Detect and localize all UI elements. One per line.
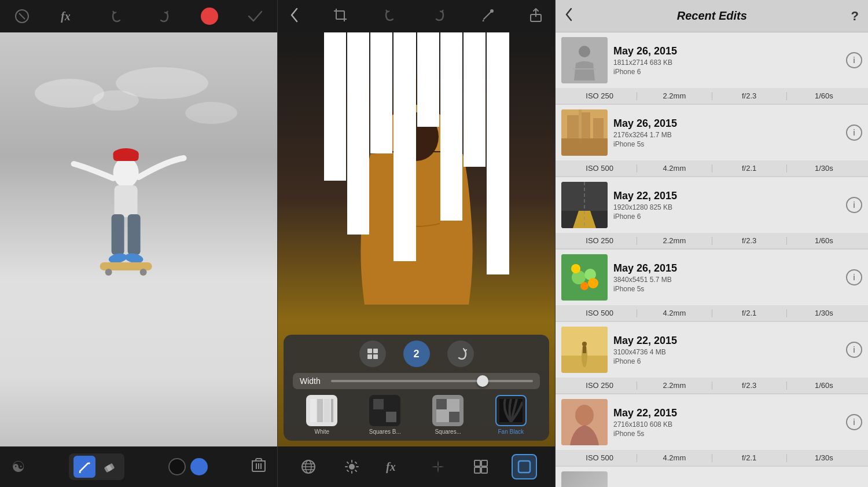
- pattern-fan-black[interactable]: Fan Black: [495, 395, 527, 435]
- pattern-white-thumb[interactable]: [306, 395, 337, 426]
- svg-rect-38: [317, 399, 323, 422]
- pattern-white[interactable]: White: [306, 395, 337, 435]
- svg-point-83: [571, 264, 580, 273]
- pattern-squares[interactable]: Squares...: [432, 395, 464, 435]
- meta-iso: ISO 500: [562, 164, 637, 173]
- color-black[interactable]: [168, 458, 186, 475]
- photo-canvas[interactable]: [0, 32, 277, 446]
- edit-item-meta: ISO 500 4.2mm f/2.1 1/30s: [556, 305, 868, 321]
- svg-rect-40: [331, 399, 333, 422]
- cancel-button[interactable]: [12, 6, 32, 27]
- edit-info: May 22, 2015 2716x1810 608 KB iPhone 5s: [613, 399, 840, 445]
- edit-thumbnail[interactable]: [561, 471, 608, 487]
- edit-thumbnail[interactable]: [561, 399, 608, 445]
- svg-rect-34: [373, 349, 378, 353]
- fx-button[interactable]: fx: [59, 6, 80, 27]
- pattern-fan-black-thumb[interactable]: [495, 395, 527, 426]
- redo-button[interactable]: [153, 6, 174, 27]
- width-slider-thumb[interactable]: [477, 375, 488, 387]
- panel2-brush-button[interactable]: [481, 9, 494, 24]
- panel2-back-button[interactable]: [289, 7, 299, 25]
- help-button[interactable]: ?: [851, 9, 859, 24]
- meta-focal: 4.2mm: [637, 309, 711, 317]
- pattern-squares-thumb[interactable]: [432, 395, 464, 426]
- edit-item-meta: ISO 500 4.2mm f/2.1 1/30s: [556, 160, 868, 176]
- grid-tool-button[interactable]: [468, 454, 494, 479]
- svg-text:fx: fx: [61, 10, 71, 23]
- panel-slice-editor: 2 Width: [278, 0, 556, 487]
- width-slider[interactable]: [331, 380, 533, 382]
- pattern-fan-black-label: Fan Black: [498, 429, 523, 435]
- edit-thumbnail[interactable]: [561, 37, 608, 83]
- meta-shutter: 1/30s: [787, 164, 861, 173]
- edit-item: May 22, 2015 1920x1280 825 KB iPhone 6 i…: [556, 177, 868, 248]
- svg-rect-77: [579, 109, 582, 144]
- svg-rect-5: [113, 151, 138, 161]
- width-label: Width: [300, 376, 325, 386]
- edit-date: May 22, 2015: [613, 407, 840, 419]
- svg-rect-35: [367, 354, 372, 359]
- globe-tool-button[interactable]: [296, 454, 321, 479]
- edit-thumbnail[interactable]: [561, 327, 608, 373]
- count-btn[interactable]: 2: [403, 340, 430, 367]
- edit-thumbnail[interactable]: [561, 109, 608, 156]
- item-info-button[interactable]: i: [846, 197, 862, 213]
- brush-button[interactable]: [73, 456, 95, 478]
- meta-aperture: f/2.1: [712, 453, 786, 462]
- item-info-button[interactable]: i: [846, 125, 862, 141]
- edit-device: iPhone 6: [613, 357, 840, 365]
- pattern-squares-b-thumb[interactable]: [369, 395, 400, 426]
- edit-item-top: May 26, 2015 2176x3264 1.7 MB iPhone 5s …: [556, 105, 868, 160]
- color-selector: [168, 458, 208, 475]
- svg-rect-67: [481, 467, 487, 473]
- item-info-button[interactable]: i: [846, 269, 862, 285]
- svg-point-92: [575, 405, 594, 426]
- meta-aperture: f/2.3: [712, 236, 786, 245]
- edit-thumbnail[interactable]: [561, 182, 608, 228]
- panel2-undo-button[interactable]: [382, 8, 398, 25]
- pattern-squares-b[interactable]: Squares B...: [369, 395, 401, 435]
- confirm-button[interactable]: [245, 6, 266, 27]
- panel3-back-button[interactable]: [565, 7, 573, 25]
- item-info-button[interactable]: i: [846, 414, 862, 430]
- svg-rect-68: [518, 461, 530, 473]
- svg-line-1: [19, 13, 25, 19]
- recent-edits-list: May 26, 2015 1811x2714 683 KB iPhone 6 i…: [556, 32, 868, 487]
- record-button[interactable]: [201, 8, 218, 25]
- yin-yang-button[interactable]: ☯: [12, 458, 25, 476]
- item-info-button[interactable]: i: [846, 52, 862, 68]
- meta-aperture: f/2.1: [712, 309, 786, 317]
- pattern-squares-label: Squares...: [435, 429, 461, 435]
- brightness-tool-button[interactable]: [339, 454, 365, 479]
- slice-canvas[interactable]: 2 Width: [278, 32, 555, 446]
- edit-device: iPhone 6: [613, 68, 840, 76]
- delete-button[interactable]: [252, 457, 266, 476]
- undo-button[interactable]: [106, 6, 127, 27]
- edit-thumbnail[interactable]: [561, 254, 608, 301]
- edit-date: May 22, 2015: [613, 335, 840, 347]
- sparkle-tool-button[interactable]: [425, 454, 451, 479]
- edit-info: May 22, 2015 3100x4736 4 MB iPhone 6: [613, 327, 840, 373]
- edit-dimensions: 3840x5451 5.7 MB: [613, 276, 840, 284]
- svg-rect-65: [481, 460, 487, 466]
- svg-rect-39: [324, 399, 330, 422]
- rotate-btn[interactable]: [447, 340, 474, 367]
- color-blue[interactable]: [190, 458, 208, 475]
- grid-btn[interactable]: [359, 340, 386, 367]
- crop-button[interactable]: [333, 8, 348, 25]
- panel2-redo-button[interactable]: [432, 8, 447, 25]
- width-slider-row: Width: [293, 373, 540, 389]
- edit-device: iPhone 5s: [613, 285, 840, 293]
- meta-focal: 4.2mm: [637, 164, 711, 173]
- share-button[interactable]: [528, 8, 543, 25]
- svg-rect-36: [373, 354, 378, 359]
- item-info-button[interactable]: i: [846, 342, 862, 358]
- pattern-white-label: White: [314, 429, 329, 435]
- svg-point-12: [105, 269, 112, 276]
- svg-point-54: [349, 464, 355, 470]
- square-tool-button[interactable]: [512, 454, 537, 479]
- fx-tool-button[interactable]: fx: [382, 454, 407, 479]
- eraser-button[interactable]: [98, 456, 120, 478]
- meta-aperture: f/2.1: [712, 164, 786, 173]
- svg-point-3: [113, 158, 138, 188]
